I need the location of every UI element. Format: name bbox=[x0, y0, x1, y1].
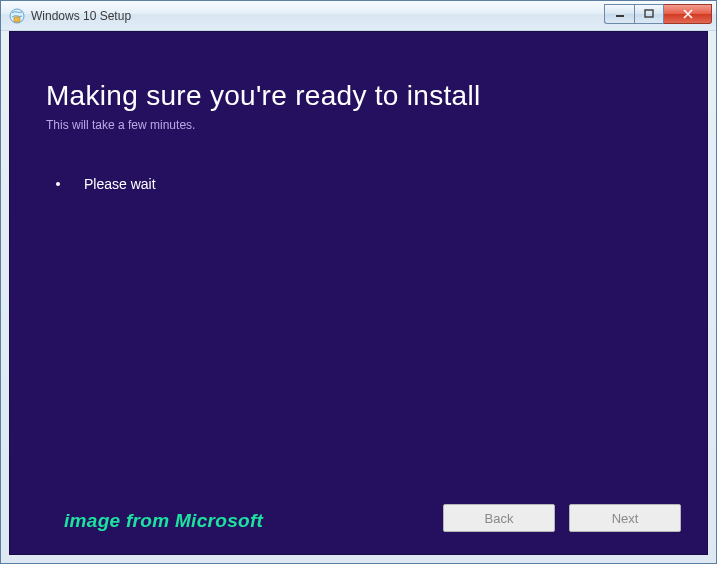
titlebar-left: Windows 10 Setup bbox=[9, 8, 131, 24]
please-wait-line: Please wait bbox=[56, 176, 671, 192]
window-title: Windows 10 Setup bbox=[31, 9, 131, 23]
body-area: Please wait bbox=[46, 176, 671, 192]
minimize-button[interactable] bbox=[604, 4, 634, 24]
please-wait-text: Please wait bbox=[84, 176, 156, 192]
page-subheading: This will take a few minutes. bbox=[46, 118, 671, 132]
svg-rect-1 bbox=[14, 17, 20, 22]
maximize-button[interactable] bbox=[634, 4, 664, 24]
setup-window: Windows 10 Setup Making sure you're read… bbox=[0, 0, 717, 564]
titlebar[interactable]: Windows 10 Setup bbox=[1, 1, 716, 31]
client-area: Making sure you're ready to install This… bbox=[9, 31, 708, 555]
svg-rect-3 bbox=[645, 10, 653, 17]
app-icon bbox=[9, 8, 25, 24]
page-heading: Making sure you're ready to install bbox=[46, 80, 671, 112]
close-button[interactable] bbox=[664, 4, 712, 24]
svg-rect-2 bbox=[616, 15, 624, 17]
bullet-icon bbox=[56, 182, 60, 186]
window-controls bbox=[604, 4, 712, 24]
content: Making sure you're ready to install This… bbox=[10, 32, 707, 504]
next-button[interactable]: Next bbox=[569, 504, 681, 532]
watermark-text: image from Microsoft bbox=[64, 510, 263, 532]
back-button[interactable]: Back bbox=[443, 504, 555, 532]
